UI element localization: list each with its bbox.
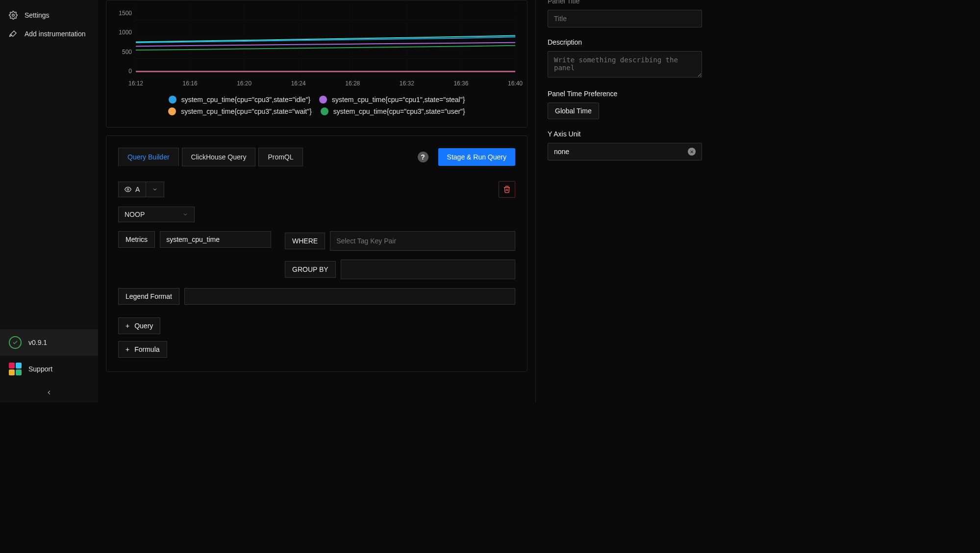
query-builder-panel: Query Builder ClickHouse Query PromQL ? … [106, 135, 528, 372]
slack-icon [9, 363, 22, 375]
y-tick: 0 [128, 68, 132, 75]
check-circle-icon [9, 336, 22, 349]
legend-swatch [169, 96, 176, 104]
x-tick: 16:16 [183, 80, 198, 87]
metrics-input[interactable] [160, 231, 271, 248]
time-preference-button[interactable]: Global Time [548, 103, 599, 119]
sidebar-collapse-button[interactable] [0, 382, 98, 403]
plus-icon: + [126, 322, 129, 330]
y-tick: 1000 [119, 29, 132, 36]
x-tick: 16:24 [291, 80, 306, 87]
query-tabs: Query Builder ClickHouse Query PromQL ? … [118, 148, 515, 166]
legend-item[interactable]: system_cpu_time{cpu="cpu3",state="idle"} [169, 96, 310, 104]
panel-title-label: Panel Title [548, 0, 702, 5]
main-content: 0500100015002000 16:1216:1616:2016:2416:… [98, 0, 535, 403]
tab-query-builder[interactable]: Query Builder [118, 148, 179, 166]
svg-point-14 [127, 188, 129, 190]
y-axis-unit-label: Y Axis Unit [548, 130, 702, 138]
version-text: v0.9.1 [28, 339, 47, 346]
legend-swatch [168, 107, 176, 115]
legend-format-label: Legend Format [118, 288, 179, 305]
sidebar-item-add-instrumentation[interactable]: Add instrumentation [0, 25, 98, 43]
groupby-input[interactable] [341, 260, 515, 279]
legend-label: system_cpu_time{cpu="cpu3",state="wait"} [181, 107, 312, 115]
gear-icon [9, 11, 18, 20]
time-preference-label: Panel Time Preference [548, 90, 702, 98]
description-label: Description [548, 38, 702, 46]
aggregate-select[interactable]: NOOP [118, 207, 195, 222]
rocket-icon [9, 29, 18, 38]
plus-icon: + [126, 345, 129, 353]
query-collapse-toggle[interactable] [146, 182, 164, 197]
groupby-label: GROUP BY [285, 261, 336, 278]
eye-icon [125, 186, 131, 193]
metrics-label: Metrics [118, 231, 155, 248]
x-tick: 16:12 [128, 80, 143, 87]
stage-run-query-button[interactable]: Stage & Run Query [438, 148, 515, 166]
svg-point-0 [12, 14, 15, 17]
y-axis: 0500100015002000 [114, 0, 134, 78]
chart-area: 0500100015002000 16:1216:1616:2016:2416:… [114, 0, 519, 89]
right-panel: Panel Title Description Panel Time Prefe… [535, 0, 714, 403]
chart-legend: system_cpu_time{cpu="cpu3",state="idle"}… [106, 96, 527, 115]
y-tick: 500 [122, 49, 132, 55]
legend-item[interactable]: system_cpu_time{cpu="cpu1",state="steal"… [319, 96, 465, 104]
x-tick: 16:20 [237, 80, 251, 87]
tab-promql[interactable]: PromQL [258, 148, 302, 166]
chevron-down-icon [152, 186, 158, 192]
sidebar-item-label: Settings [25, 11, 50, 19]
legend-item[interactable]: system_cpu_time{cpu="cpu3",state="wait"} [168, 107, 312, 115]
chart-panel: 0500100015002000 16:1216:1616:2016:2416:… [106, 0, 528, 128]
x-tick: 16:36 [453, 80, 468, 87]
y-tick: 1500 [119, 10, 132, 17]
chart-plot [136, 0, 515, 78]
sidebar-item-label: Add instrumentation [25, 30, 86, 38]
x-tick: 16:32 [400, 80, 414, 87]
clear-icon[interactable]: ✕ [688, 148, 696, 156]
legend-label: system_cpu_time{cpu="cpu3",state="idle"} [181, 96, 310, 104]
query-name: A [135, 185, 140, 193]
where-input[interactable]: Select Tag Key Pair [330, 231, 515, 251]
version-indicator: v0.9.1 [0, 329, 98, 356]
x-axis: 16:1216:1616:2016:2416:2816:3216:3616:40 [136, 79, 515, 89]
sidebar: Settings Add instrumentation v0.9.1 [0, 0, 98, 403]
support-label: Support [28, 365, 52, 373]
where-label: WHERE [285, 233, 325, 249]
legend-item[interactable]: system_cpu_time{cpu="cpu3",state="user"} [321, 107, 465, 115]
delete-query-button[interactable] [499, 181, 515, 198]
panel-title-input[interactable] [548, 10, 702, 27]
x-tick: 16:28 [345, 80, 360, 87]
add-formula-button[interactable]: + Formula [118, 341, 167, 358]
query-visibility-toggle[interactable]: A [118, 182, 164, 197]
legend-swatch [319, 96, 327, 104]
tab-clickhouse-query[interactable]: ClickHouse Query [182, 148, 256, 166]
add-query-button[interactable]: + Query [118, 317, 160, 334]
legend-swatch [321, 107, 328, 115]
legend-label: system_cpu_time{cpu="cpu1",state="steal"… [332, 96, 465, 104]
panel-description-input[interactable] [548, 51, 702, 78]
legend-format-input[interactable] [184, 288, 515, 305]
chevron-down-icon [182, 211, 188, 217]
legend-label: system_cpu_time{cpu="cpu3",state="user"} [333, 107, 465, 115]
y-axis-unit-value: none [554, 148, 569, 156]
sidebar-item-support[interactable]: Support [0, 356, 98, 382]
x-tick: 16:40 [508, 80, 523, 87]
y-axis-unit-select[interactable]: none ✕ [548, 143, 702, 160]
aggregate-value: NOOP [125, 211, 145, 218]
help-icon[interactable]: ? [418, 152, 428, 162]
sidebar-item-settings[interactable]: Settings [0, 6, 98, 25]
